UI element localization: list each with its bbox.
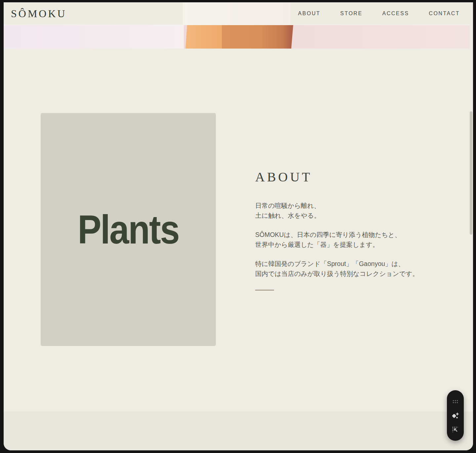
webpage: SÔMOKU ABOUT STORE ACCESS CONTACT Plants… (4, 2, 473, 450)
about-paragraph: SÔMOKUは、日本の四季に寄り添う植物たちと、 世界中から厳選した「器」を提案… (255, 230, 440, 249)
site-logo[interactable]: SÔMOKU (11, 8, 67, 20)
drag-handle-dots-icon[interactable] (451, 397, 460, 406)
nav-link-about[interactable]: ABOUT (298, 11, 321, 17)
text-line: SÔMOKUは、日本の四季に寄り添う植物たちと、 (255, 231, 401, 238)
nav-link-access[interactable]: ACCESS (382, 11, 409, 17)
corner-capture-icon[interactable] (451, 425, 460, 434)
assistant-widget (447, 390, 464, 441)
hero-image-strip (4, 25, 470, 49)
site-header: SÔMOKU ABOUT STORE ACCESS CONTACT (4, 2, 473, 25)
text-line: 日常の喧騒から離れ、 (255, 202, 320, 209)
main-nav: ABOUT STORE ACCESS CONTACT (298, 11, 460, 17)
text-line: 世界中から厳選した「器」を提案します。 (255, 241, 379, 248)
section-divider (255, 290, 274, 290)
nav-link-store[interactable]: STORE (340, 11, 362, 17)
text-line: 土に触れ、水をやる。 (255, 212, 320, 219)
about-text-column: ABOUT 日常の喧騒から離れ、 土に触れ、水をやる。 SÔMOKUは、日本の四… (255, 169, 440, 290)
text-line: 国内では当店のみが取り扱う特別なコレクションです。 (255, 270, 419, 277)
about-paragraph: 日常の喧騒から離れ、 土に触れ、水をやる。 (255, 201, 440, 220)
about-heading: ABOUT (255, 169, 440, 185)
plants-card-label: Plants (78, 207, 179, 253)
window-frame: SÔMOKU ABOUT STORE ACCESS CONTACT Plants… (0, 0, 476, 453)
plants-card[interactable]: Plants (41, 113, 216, 346)
about-section: Plants ABOUT 日常の喧騒から離れ、 土に触れ、水をやる。 SÔMOK… (4, 49, 473, 411)
scrollbar-thumb[interactable] (470, 111, 472, 235)
header-translucent-band (183, 2, 290, 25)
terracotta-pot-image (183, 25, 294, 49)
footer-strip (4, 411, 473, 450)
sparkle-icon[interactable] (451, 411, 460, 420)
hero-backdrop-left (4, 25, 184, 49)
nav-link-contact[interactable]: CONTACT (429, 11, 460, 17)
about-paragraph: 特に韓国発のブランド「Sprout」「Gaonyou」は、 国内では当店のみが取… (255, 259, 440, 279)
text-line: 特に韓国発のブランド「Sprout」「Gaonyou」は、 (255, 260, 405, 267)
